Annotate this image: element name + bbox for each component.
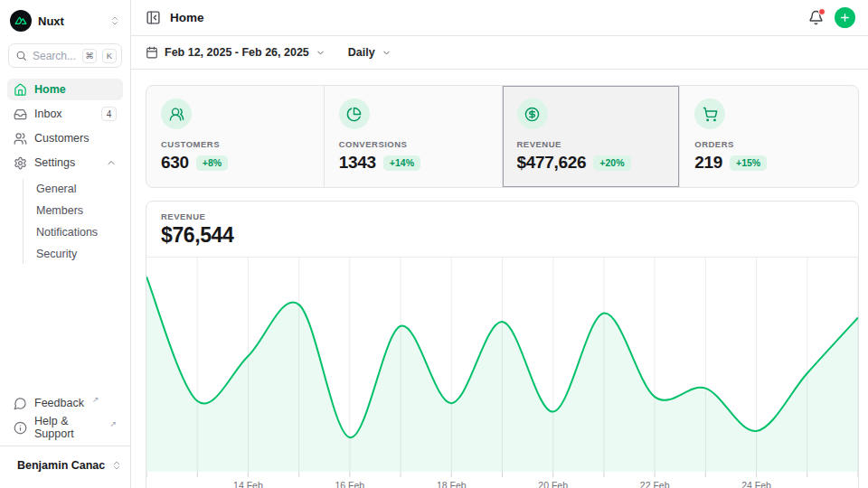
sidebar-item-notifications[interactable]: Notifications [24,222,123,242]
plus-icon [839,12,851,23]
notification-dot [818,8,826,15]
page-title: Home [170,11,204,24]
external-link-icon: ↗ [109,419,117,428]
sidebar-item-customers[interactable]: Customers [7,127,123,149]
topbar: Home [131,0,868,36]
user-menu[interactable]: Benjamin Canac [7,452,123,479]
notifications-button[interactable] [808,10,824,25]
stat-value: 1343 [339,153,376,173]
sidebar-item-members[interactable]: Members [24,201,123,221]
chart-header: REVENUE $76,544 [146,202,858,258]
sidebar-item-settings[interactable]: Settings [7,152,123,174]
stats-grid: CUSTOMERS 630 +8% CONVERSIONS 1343 +14% [146,85,859,188]
date-range-value: Feb 12, 2025 - Feb 26, 2025 [165,46,309,59]
stat-change-badge: +15% [730,155,767,171]
sidebar-item-home[interactable]: Home [7,79,123,100]
stat-label: CUSTOMERS [161,139,309,149]
stat-value: $477,626 [517,153,587,173]
date-range-picker[interactable]: Feb 12, 2025 - Feb 26, 2025 [146,46,326,59]
granularity-value: Daily [348,46,375,59]
gear-icon [14,156,27,170]
chart-label: REVENUE [161,211,844,221]
sidebar-collapse-button[interactable] [146,10,161,25]
sidebar-item-label: Inbox [34,108,62,120]
stat-change-badge: +20% [593,155,630,171]
sidebar-item-label: Help & Support [34,415,101,440]
settings-subnav: General Members Notifications Security [23,179,123,264]
workspace-switcher[interactable]: Nuxt [7,7,123,34]
user-name: Benjamin Canac [17,459,105,472]
main-panel: Home Feb 12, 2025 - Feb 26, 2025 Daily [131,0,868,488]
stat-label: REVENUE [517,139,665,149]
content: CUSTOMERS 630 +8% CONVERSIONS 1343 +14% [131,70,868,488]
x-axis-label: 24 Feb [741,480,771,488]
add-button[interactable] [835,7,855,28]
chart-value: $76,544 [161,223,844,248]
sidebar-item-inbox[interactable]: Inbox 4 [7,103,123,125]
chevrons-up-down-icon [111,460,122,471]
external-link-icon: ↗ [92,395,99,404]
stat-card-conversions[interactable]: CONVERSIONS 1343 +14% [325,86,503,187]
sidebar-nav: Home Inbox 4 Customers Settings Genera [7,79,123,266]
filter-bar: Feb 12, 2025 - Feb 26, 2025 Daily [131,36,868,70]
revenue-chart-svg [146,258,858,477]
kbd-cmd: ⌘ [82,49,97,63]
sidebar-divider [0,446,130,446]
sidebar-item-security[interactable]: Security [24,244,123,264]
sidebar-spacer [7,266,123,392]
granularity-select[interactable]: Daily [348,46,392,59]
inbox-count-badge: 4 [101,107,117,121]
pie-chart-icon [339,99,370,129]
chevron-up-icon [106,157,117,168]
inbox-icon [14,108,27,121]
nuxt-logo-icon [10,10,32,32]
stat-change-badge: +8% [196,155,228,171]
workspace-name: Nuxt [38,14,64,28]
stat-label: ORDERS [694,139,844,149]
search-placeholder: Search... [33,50,77,62]
home-icon [14,83,27,97]
search-icon [15,50,27,61]
x-axis-labels: 14 Feb16 Feb18 Feb20 Feb22 Feb24 Feb [146,477,858,488]
stat-value: 219 [694,153,722,173]
chat-bubble-icon [14,397,27,410]
x-axis-label: 22 Feb [640,480,670,488]
stat-change-badge: +14% [383,155,420,171]
sidebar-footer-nav: Feedback ↗ Help & Support ↗ [7,392,123,438]
cart-icon [694,99,725,129]
info-circle-icon [14,421,27,435]
dollar-circle-icon [517,99,548,129]
sidebar-item-label: Feedback [34,397,84,409]
sidebar-item-feedback[interactable]: Feedback ↗ [7,392,123,414]
stat-label: CONVERSIONS [339,139,487,149]
revenue-chart-card: REVENUE $76,544 14 Feb16 Feb18 Feb20 Feb… [146,201,859,488]
sidebar-item-general[interactable]: General [24,179,123,199]
users-round-icon [161,99,192,129]
chart-plot-area[interactable]: 14 Feb16 Feb18 Feb20 Feb22 Feb24 Feb [146,258,858,488]
stat-card-orders[interactable]: ORDERS 219 +15% [680,86,858,187]
x-axis-label: 18 Feb [437,480,467,488]
x-axis-label: 16 Feb [335,480,364,488]
search-input[interactable]: Search... ⌘ K [8,43,122,68]
sidebar-item-label: Settings [34,156,75,169]
sidebar: Nuxt Search... ⌘ K Home Inbox 4 [0,0,131,488]
stat-card-customers[interactable]: CUSTOMERS 630 +8% [146,86,325,187]
calendar-icon [146,46,158,59]
chevron-down-icon [316,48,326,58]
kbd-k: K [102,49,117,63]
users-icon [14,132,27,145]
x-axis-label: 20 Feb [538,480,568,488]
x-axis-label: 14 Feb [233,480,263,488]
stat-value: 630 [161,153,189,173]
sidebar-item-label: Home [34,83,66,96]
stat-card-revenue[interactable]: REVENUE $477,626 +20% [503,86,681,187]
chevron-down-icon [382,48,392,58]
sidebar-item-label: Customers [34,132,89,145]
sidebar-item-help-support[interactable]: Help & Support ↗ [7,417,123,438]
chevrons-up-down-icon [109,15,120,26]
